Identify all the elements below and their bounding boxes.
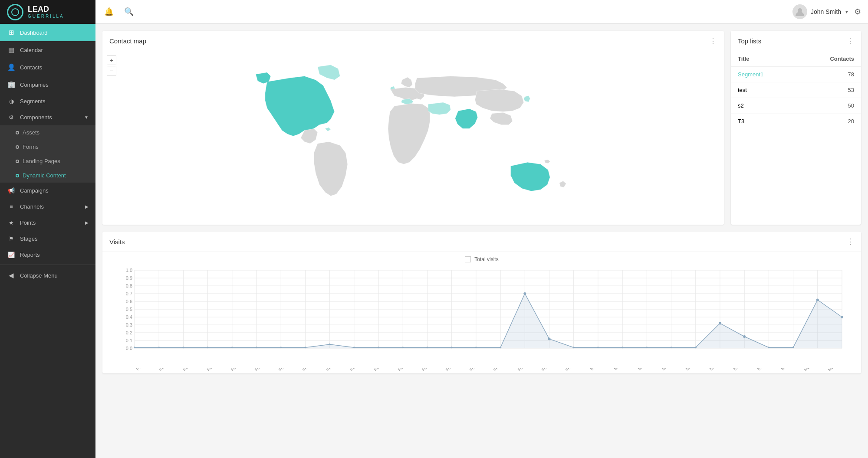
x-label: Feb 15, 17	[276, 368, 297, 373]
campaigns-icon: 📢	[7, 187, 16, 194]
list-item: s250	[731, 98, 861, 114]
visits-menu-icon[interactable]: ⋮	[846, 237, 854, 246]
sidebar-item-label: Companies	[20, 82, 89, 88]
svg-text:0.2: 0.2	[126, 330, 132, 335]
sidebar-item-label: Channels	[20, 203, 81, 210]
reports-icon: 📈	[7, 252, 16, 258]
sidebar-item-stages[interactable]: ⚑ Stages	[0, 231, 95, 247]
segment-name: T3	[738, 118, 819, 124]
svg-point-77	[719, 322, 721, 324]
sidebar-item-label: Reports	[20, 252, 89, 258]
x-label: Mar 3, 17	[635, 368, 655, 373]
dot-icon	[16, 145, 19, 149]
x-label: Feb 26, 17	[516, 368, 536, 373]
gear-icon[interactable]: ⚙	[854, 7, 861, 16]
svg-text:0.7: 0.7	[126, 291, 132, 296]
top-lists-col-headers: Title Contacts	[731, 51, 861, 67]
svg-point-66	[451, 347, 453, 348]
svg-point-53	[134, 347, 135, 348]
contact-count: 50	[819, 102, 854, 109]
sidebar-item-channels[interactable]: ≡ Channels ▶	[0, 199, 95, 215]
x-label: Feb 24, 17	[467, 368, 488, 373]
svg-text:0.9: 0.9	[126, 275, 132, 281]
x-label: Feb 20, 17	[372, 368, 392, 373]
svg-point-63	[378, 347, 379, 348]
user-name: John Smith	[811, 8, 841, 15]
x-label: Mar 2, 17	[611, 368, 631, 373]
sidebar-item-label: Landing Pages	[23, 158, 60, 164]
sidebar-item-campaigns[interactable]: 📢 Campaigns	[0, 183, 95, 199]
sidebar-item-points[interactable]: ★ Points ▶	[0, 215, 95, 231]
top-row: Contact map ⋮ + − .land { fill: #d8d8d8;…	[102, 31, 861, 225]
svg-point-72	[597, 347, 599, 348]
svg-point-61	[329, 344, 331, 345]
x-label: Feb 22, 17	[420, 368, 440, 373]
svg-point-68	[500, 347, 501, 348]
sidebar-item-dynamic-content[interactable]: Dynamic Content	[0, 168, 95, 183]
sidebar-item-companies[interactable]: 🏢 Companies	[0, 76, 95, 93]
sidebar-item-components[interactable]: ⚙ Components ▼	[0, 109, 95, 125]
sidebar-item-reports[interactable]: 📈 Reports	[0, 247, 95, 263]
x-label: Mar 10, 17	[802, 368, 822, 373]
svg-point-76	[695, 347, 697, 348]
channels-icon: ≡	[7, 203, 16, 210]
map-zoom-controls: + −	[107, 56, 116, 75]
sidebar-item-label: Campaigns	[20, 187, 89, 194]
sidebar-item-label: Dashboard	[20, 29, 89, 36]
contact-map-title: Contact map	[109, 37, 146, 45]
segment-link[interactable]: Segment1	[738, 71, 763, 78]
contacts-icon: 👤	[7, 63, 16, 71]
svg-text:0.8: 0.8	[126, 283, 132, 288]
dot-icon	[16, 131, 19, 134]
visits-title: Visits	[109, 238, 125, 245]
svg-point-70	[548, 337, 551, 340]
x-label: Mar 1, 17	[587, 368, 608, 373]
svg-point-56	[207, 347, 209, 348]
zoom-in-button[interactable]: +	[107, 56, 116, 65]
components-submenu: Assets Forms Landing Pages Dynamic Conte…	[0, 125, 95, 183]
sidebar-item-calendar[interactable]: ▦ Calendar	[0, 41, 95, 59]
chart-legend: Total visits	[109, 256, 854, 262]
contact-map-menu-icon[interactable]: ⋮	[709, 36, 717, 46]
sidebar-item-label: Assets	[23, 129, 39, 136]
svg-point-62	[353, 347, 355, 348]
top-lists-card: Top lists ⋮ Title Contacts Segment178tes…	[731, 31, 861, 225]
sidebar-item-dashboard[interactable]: ⊞ Dashboard	[0, 24, 95, 41]
top-lists-title: Top lists	[738, 37, 761, 45]
list-item: Segment178	[731, 67, 861, 82]
svg-point-54	[158, 347, 160, 348]
segment-name: test	[738, 87, 819, 93]
avatar	[792, 4, 807, 19]
x-label: Feb 25, 17	[491, 368, 512, 373]
map-container: + − .land { fill: #d8d8d8; stroke: #fff;…	[102, 51, 724, 225]
sidebar-item-assets[interactable]: Assets	[0, 125, 95, 140]
components-icon: ⚙	[7, 114, 16, 121]
sidebar-item-label: Dynamic Content	[23, 172, 66, 179]
x-label: Feb 21, 17	[396, 368, 416, 373]
sidebar-item-collapse[interactable]: ◀ Collapse Menu	[0, 267, 95, 284]
sidebar: LEAD GUERRILLA ⊞ Dashboard ▦ Calendar 👤 …	[0, 0, 95, 458]
svg-text:0.5: 0.5	[126, 307, 132, 312]
zoom-out-button[interactable]: −	[107, 66, 116, 75]
sidebar-item-segments[interactable]: ◑ Segments	[0, 93, 95, 109]
points-icon: ★	[7, 219, 16, 226]
top-lists-rows: Segment178test53s250T320	[731, 67, 861, 129]
top-lists-menu-icon[interactable]: ⋮	[846, 36, 854, 46]
svg-point-74	[646, 347, 648, 348]
companies-icon: 🏢	[7, 81, 16, 88]
sidebar-item-forms[interactable]: Forms	[0, 140, 95, 154]
sidebar-item-landing-pages[interactable]: Landing Pages	[0, 154, 95, 168]
user-menu[interactable]: John Smith ▼	[792, 4, 849, 19]
col-title-header: Title	[738, 56, 819, 62]
bell-icon[interactable]: 🔔	[102, 5, 115, 18]
svg-point-82	[841, 316, 843, 318]
segment-name: s2	[738, 102, 819, 109]
x-label: Feb 12, 17	[205, 368, 225, 373]
x-label: Feb 18, 17	[324, 368, 345, 373]
svg-point-60	[304, 347, 306, 348]
svg-point-59	[280, 347, 282, 348]
search-icon[interactable]: 🔍	[122, 5, 135, 18]
x-label: Feb 16, 17	[300, 368, 321, 373]
sidebar-item-contacts[interactable]: 👤 Contacts	[0, 59, 95, 76]
legend-box-icon	[465, 256, 471, 262]
